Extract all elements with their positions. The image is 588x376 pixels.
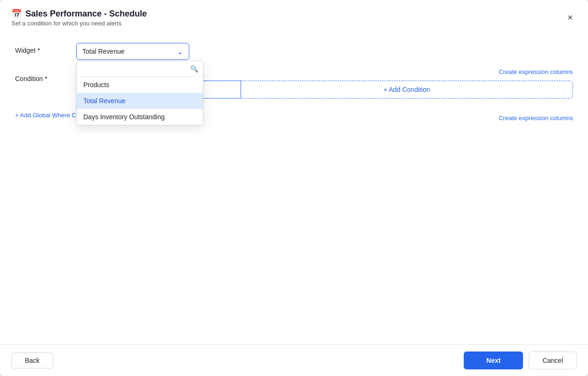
dialog-title-area: 📅 Sales Performance - Schedule Set a con… (11, 8, 147, 27)
dialog-container: 📅 Sales Performance - Schedule Set a con… (0, 0, 588, 376)
widget-label: Widget * (15, 43, 76, 54)
widget-dropdown: 🔍 Products Total Revenue Days Inventory … (76, 61, 203, 125)
dialog-footer: Back Next Cancel (0, 344, 588, 376)
dialog-title: 📅 Sales Performance - Schedule (11, 8, 147, 19)
widget-select-button[interactable]: Total Revenue ⌄ (76, 43, 189, 60)
widget-row: Widget * Total Revenue ⌄ 🔍 Products Tota… (15, 43, 573, 60)
search-icon: 🔍 (190, 65, 198, 73)
next-label: Next (486, 357, 500, 364)
dialog-header: 📅 Sales Performance - Schedule Set a con… (0, 0, 588, 30)
condition-label: Condition * (15, 71, 76, 82)
dialog-title-text: Sales Performance - Schedule (25, 9, 147, 19)
dropdown-search-area: 🔍 (77, 61, 203, 77)
back-label: Back (25, 357, 40, 364)
add-condition-button[interactable]: + Add Condition (241, 81, 573, 98)
dialog-body: Widget * Total Revenue ⌄ 🔍 Products Tota… (0, 30, 588, 344)
next-button[interactable]: Next (464, 351, 523, 369)
cancel-label: Cancel (542, 357, 563, 364)
dialog-subtitle: Set a condition for which you need alert… (11, 20, 147, 27)
dropdown-list: Products Total Revenue Days Inventory Ou… (77, 77, 203, 125)
chevron-down-icon: ⌄ (177, 47, 183, 56)
footer-right-buttons: Next Cancel (464, 351, 577, 369)
widget-selected-value: Total Revenue (82, 48, 125, 55)
dropdown-item-days-inventory[interactable]: Days Inventory Outstanding (77, 109, 203, 125)
close-icon: × (567, 12, 573, 23)
dropdown-item-products[interactable]: Products (77, 77, 203, 93)
widget-field: Total Revenue ⌄ 🔍 Products Total Revenue… (76, 43, 573, 60)
close-button[interactable]: × (564, 10, 577, 25)
cancel-button[interactable]: Cancel (529, 351, 577, 369)
dropdown-search-input[interactable] (81, 65, 190, 73)
dropdown-item-total-revenue[interactable]: Total Revenue (77, 93, 203, 109)
add-condition-label: + Add Condition (383, 86, 430, 93)
schedule-icon: 📅 (11, 8, 22, 19)
back-button[interactable]: Back (11, 352, 53, 368)
create-expression-link[interactable]: Create expression columns (499, 68, 573, 75)
create-expression-columns-link[interactable]: Create expression columns (499, 114, 573, 122)
